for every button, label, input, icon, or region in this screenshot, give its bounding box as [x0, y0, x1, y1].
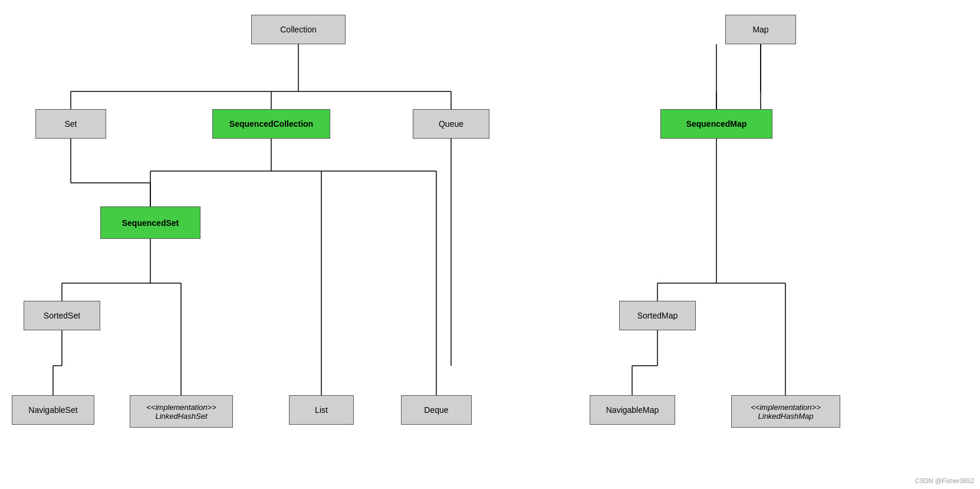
node-sequenced-set-label: SequencedSet [122, 218, 179, 228]
node-collection-label: Collection [280, 25, 316, 34]
node-sorted-set-label: SortedSet [44, 311, 80, 320]
node-linked-hash-map: <<implementation>>LinkedHashMap [731, 395, 840, 428]
watermark: CSDN @Fisher3652 [915, 477, 974, 484]
watermark-text: CSDN @Fisher3652 [915, 477, 974, 484]
node-deque-label: Deque [424, 405, 448, 415]
node-list-label: List [315, 405, 328, 415]
node-set-label: Set [64, 119, 77, 129]
node-navigable-map: NavigableMap [590, 395, 675, 425]
node-linked-hash-set-label: <<implementation>>LinkedHashSet [146, 403, 216, 421]
node-queue-label: Queue [439, 119, 463, 129]
node-deque: Deque [401, 395, 472, 425]
node-navigable-map-label: NavigableMap [606, 405, 659, 415]
diagram-container: Collection Map Set SequencedCollection Q… [0, 0, 980, 489]
node-sorted-map: SortedMap [619, 301, 696, 330]
node-navigable-set-label: NavigableSet [28, 405, 77, 415]
node-sequenced-set: SequencedSet [100, 206, 200, 239]
node-sequenced-collection-label: SequencedCollection [229, 119, 313, 129]
node-sequenced-map: SequencedMap [660, 109, 772, 139]
node-sequenced-map-label: SequencedMap [686, 119, 747, 129]
node-collection: Collection [251, 15, 346, 44]
node-linked-hash-map-label: <<implementation>>LinkedHashMap [751, 403, 821, 421]
node-sorted-map-label: SortedMap [637, 311, 678, 320]
node-list: List [289, 395, 354, 425]
node-map: Map [725, 15, 796, 44]
node-queue: Queue [413, 109, 489, 139]
node-sequenced-collection: SequencedCollection [212, 109, 330, 139]
node-map-label: Map [752, 25, 768, 34]
node-navigable-set: NavigableSet [12, 395, 94, 425]
node-linked-hash-set: <<implementation>>LinkedHashSet [130, 395, 233, 428]
node-sorted-set: SortedSet [24, 301, 100, 330]
node-set: Set [35, 109, 106, 139]
